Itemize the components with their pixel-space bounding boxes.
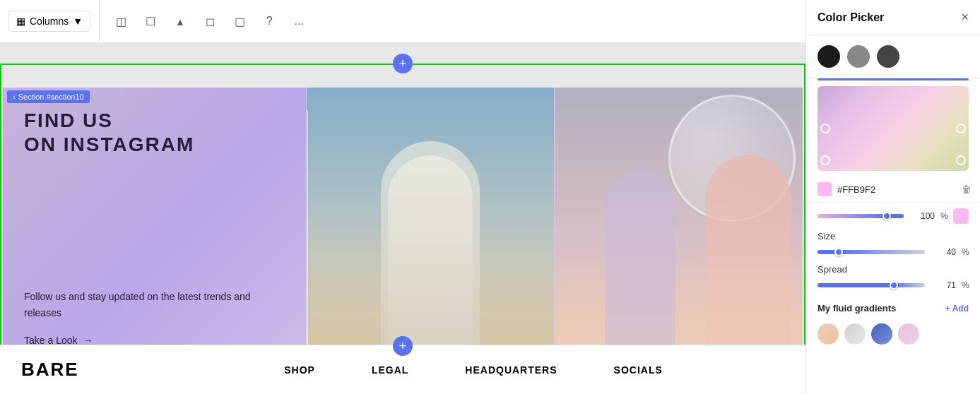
footer-brand: BARE (21, 359, 163, 381)
instagram-title-text: FIND US ON INSTAGRAM (24, 109, 285, 156)
help-icon[interactable]: ? (259, 11, 279, 31)
title-line1: FIND US (24, 109, 113, 131)
cp-spread-row: 71 % (806, 275, 980, 296)
cp-gradient-swatch-pink[interactable] (898, 323, 919, 345)
cp-opacity-row: 100 % (806, 203, 980, 229)
canvas-area: ‹ Section #section10 + FIND US ON INSTAG… (0, 42, 805, 394)
cp-opacity-slider[interactable] (817, 214, 904, 218)
grid-icon[interactable]: ☐ (141, 11, 160, 31)
cp-opacity-thumb[interactable] (882, 212, 891, 220)
instagram-photos (307, 88, 803, 367)
cp-color-stop-preview[interactable] (817, 182, 832, 196)
cp-gradient-handle-tl[interactable] (820, 124, 830, 133)
cp-swatch-dark[interactable] (877, 45, 899, 68)
photo-right (555, 88, 803, 367)
columns-dropdown[interactable]: ▦ Columns ▼ (8, 11, 90, 32)
cp-size-row: 40 % (806, 241, 980, 263)
cp-size-slider[interactable] (817, 250, 925, 254)
toolbar: ▦ Columns ▼ ◫ ☐ ▴ ◻ ▢ ? ... (0, 0, 805, 42)
cp-spread-label: Spread (817, 264, 847, 275)
columns-label: Columns (30, 16, 69, 27)
cp-size-value: 40 (931, 247, 956, 257)
cp-add-gradient-button[interactable]: + Add (945, 304, 969, 314)
title-line2: ON INSTAGRAM (24, 133, 194, 155)
layout-icon[interactable]: ◫ (111, 11, 131, 31)
section-selected: FIND US ON INSTAGRAM Follow us and stay … (0, 64, 805, 346)
column-divider (307, 110, 308, 367)
add-section-top-button[interactable]: + (393, 54, 413, 73)
more-icon[interactable]: ... (289, 11, 309, 31)
cp-header: Color Picker × (806, 0, 980, 35)
cp-size-label-row: Size (806, 229, 980, 241)
section-badge-label: Section #section10 (18, 92, 84, 101)
align-icon[interactable]: ▴ (170, 11, 190, 31)
instagram-bottom: Follow us and stay updated on the latest… (24, 289, 285, 346)
cp-gradient-handle-tr[interactable] (956, 124, 966, 133)
cp-color-stop-row: 🗑 ⋮ (806, 177, 980, 203)
cp-swatch-black[interactable] (817, 45, 840, 68)
cp-spread-unit: % (962, 280, 969, 290)
columns-icon: ▦ (16, 16, 25, 27)
cp-gradient-handle-br[interactable] (956, 155, 966, 165)
cp-active-tab-line (817, 78, 969, 80)
toolbar-icons: ◫ ☐ ▴ ◻ ▢ ? ... (100, 11, 320, 31)
chevron-left-icon: ‹ (13, 92, 16, 101)
footer-nav-legal[interactable]: LEGAL (372, 364, 408, 376)
cp-delete-icon[interactable]: 🗑 (962, 184, 972, 195)
photo-left (307, 88, 554, 367)
cp-gradient-swatch-gray[interactable] (844, 323, 866, 345)
footer-nav-socials[interactable]: SOCIALS (614, 364, 663, 376)
plus-icon-bottom: + (399, 339, 407, 354)
cp-swatch-gray[interactable] (847, 45, 870, 68)
cp-close-button[interactable]: × (961, 10, 969, 25)
comment-icon[interactable]: ▢ (230, 11, 249, 31)
footer-nav: SHOP LEGAL HEADQUARTERS SOCIALS (163, 364, 784, 376)
cp-gradients-label: My fluid gradients (817, 303, 896, 314)
cp-spread-value: 71 (931, 280, 956, 290)
cp-opacity-value: 100 (909, 211, 935, 221)
cp-more-icon[interactable]: ⋮ (977, 184, 980, 195)
cp-title: Color Picker (817, 11, 884, 24)
section-badge: ‹ Section #section10 (7, 90, 90, 103)
cp-spread-thumb[interactable] (890, 281, 898, 289)
instagram-description: Follow us and stay updated on the latest… (24, 289, 285, 321)
footer-nav-shop[interactable]: SHOP (284, 364, 315, 376)
plus-icon-top: + (399, 56, 407, 71)
cp-gradients-section: My fluid gradients + Add (806, 296, 980, 318)
cp-size-label: Size (817, 231, 835, 241)
cp-spread-slider[interactable] (817, 283, 925, 287)
cp-opacity-unit: % (940, 211, 947, 221)
cp-spread-label-row: Spread (806, 263, 980, 275)
cp-gradients-row (806, 318, 980, 350)
color-picker-panel: Color Picker × 🗑 ⋮ 100 % Size (805, 0, 980, 394)
cp-gradient-handle-bl[interactable] (820, 155, 830, 165)
instagram-section: FIND US ON INSTAGRAM Follow us and stay … (3, 88, 803, 367)
columns-section: ▦ Columns ▼ (0, 0, 100, 42)
cp-gradient-area[interactable] (817, 86, 969, 171)
cp-gradient-swatch-blue[interactable] (871, 323, 892, 345)
cp-hex-input[interactable] (837, 184, 956, 195)
chevron-down-icon: ▼ (73, 16, 83, 27)
instagram-title: FIND US ON INSTAGRAM (24, 109, 285, 156)
display-icon[interactable]: ◻ (200, 11, 220, 31)
cp-swatches-row (806, 35, 980, 78)
instagram-left: FIND US ON INSTAGRAM Follow us and stay … (3, 88, 307, 367)
cp-size-thumb[interactable] (834, 248, 843, 256)
cp-opacity-preview (953, 208, 969, 224)
cp-gradient-swatch-warm[interactable] (817, 323, 839, 345)
cp-size-unit: % (962, 247, 969, 257)
add-section-bottom-button[interactable]: + (393, 336, 413, 356)
footer-nav-headquarters[interactable]: HEADQUARTERS (465, 364, 557, 376)
